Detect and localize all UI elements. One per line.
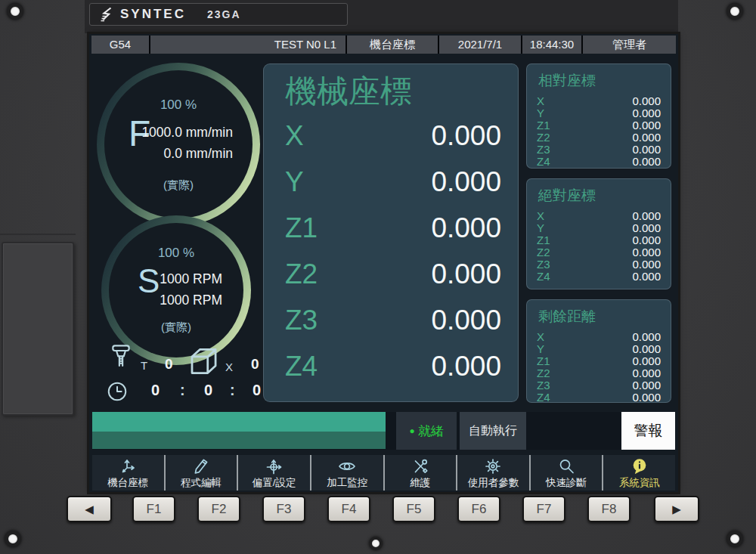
logo-plate: SYNTEC 23GA [89,3,348,26]
axis-row: Y0.000 [537,222,661,234]
f5-key[interactable]: F5 [392,496,435,522]
axis-label: Z2 [537,246,550,258]
softkey-label: 加工監控 [327,476,367,490]
axis-value: 0.000 [431,166,501,198]
axis-value: 0.000 [632,246,661,258]
date-display: 2021/7/1 [439,36,521,54]
panel-title: 絕對座標 [538,186,661,206]
axis-label: Z2 [285,258,318,290]
panel-title: 相對座標 [538,71,661,91]
screw [7,3,23,20]
pencil-icon [191,457,211,475]
ready-status: ● 就緒 [396,412,457,450]
axis-label: Y [537,343,544,355]
screw [369,537,383,550]
axis-row: Z20.000 [537,246,661,258]
softkey-quick-diagnosis[interactable]: 快速診斷 [531,455,604,491]
machine-status-row: ● 就緒 自動執行 警報 [92,412,675,450]
ready-dot-icon: ● [409,426,414,436]
feed-actual-label: (實際) [104,178,253,193]
axis-row: X0.000 [537,331,661,343]
axis-value: 0.000 [632,367,661,379]
softkey-label: 快速診斷 [546,476,587,490]
workpiece-icon [189,347,224,376]
axis-row: Z3 0.000 [264,297,518,343]
axis-row: Y0.000 [537,107,661,119]
softkey-machining-monitor[interactable]: 加工監控 [311,455,385,491]
axis-label: Z1 [537,119,550,132]
axes-icon [118,457,138,475]
status-bar: G54 TEST N0 L1 機台座標 2021/7/1 18:44:30 管理… [91,36,676,54]
softkey-maintenance[interactable]: 維護 [385,455,458,491]
screen: G54 TEST N0 L1 機台座標 2021/7/1 18:44:30 管理… [89,34,678,492]
axis-value: 0.000 [632,331,661,343]
tools-icon [411,457,430,475]
spindle-actual-value: 1000 RPM [160,289,222,311]
f3-key[interactable]: F3 [262,496,305,522]
gear-icon [483,457,503,475]
axis-row: Y0.000 [537,343,661,355]
bezel-seam [0,234,76,235]
axis-label: Z4 [285,351,318,382]
eye-icon [337,457,357,475]
relative-coords-panel: 相對座標 X0.000 Y0.000 Z10.000 Z20.000 Z30.0… [526,63,671,169]
program-name: TEST N0 L1 [150,36,345,54]
axis-value: 0.000 [632,234,661,246]
f7-key[interactable]: F7 [522,496,565,522]
axis-label: Z3 [285,305,318,336]
softkey-machine-coords[interactable]: 機台座標 [92,455,166,491]
syntec-logo-icon [101,7,116,22]
axis-value: 0.000 [632,156,661,168]
axis-label: X [285,120,304,152]
ready-label: 就緒 [418,422,444,440]
screw [5,531,21,547]
page-left-key[interactable]: ◀ [67,496,112,522]
softkey-label: 程式編輯 [181,476,222,490]
softkey-label: 使用者參數 [468,476,519,490]
brand-name: SYNTEC [120,7,186,22]
axis-value: 0.000 [632,271,661,283]
page-right-key[interactable]: ▶ [654,496,699,522]
axis-value: 0.000 [632,210,661,222]
axis-value: 0.000 [431,212,501,244]
axis-row: Z10.000 [537,355,661,367]
f4-key[interactable]: F4 [327,496,370,522]
axis-value: 0.000 [632,355,661,367]
absolute-coords-panel: 絕對座標 X0.000 Y0.000 Z10.000 Z20.000 Z30.0… [526,178,671,289]
softkey-program-edit[interactable]: 程式編輯 [166,455,239,491]
axis-value: 0.000 [632,132,661,144]
f6-key[interactable]: F6 [457,496,500,522]
f2-key[interactable]: F2 [197,496,240,522]
axis-row: X0.000 [537,95,661,107]
f8-key[interactable]: F8 [587,496,631,522]
tool-number-label: T [141,359,147,372]
axis-label: Z4 [537,392,550,404]
gcode-indicator: G54 [91,36,149,54]
softkey-offset-setting[interactable]: 偏置/設定 [238,455,311,491]
axis-row: Z4 0.000 [264,343,518,389]
cnc-controller: SYNTEC 23GA G54 TEST N0 L1 機台座標 2021/7/1… [0,0,756,554]
axis-label: X [537,95,544,107]
axis-value: 0.000 [431,120,501,152]
time-display: 18:44:30 [522,36,581,54]
softkey-label: 機台座標 [107,476,148,490]
softkey-system-info[interactable]: 系統資訊 [603,455,675,491]
axis-value: 0.000 [632,343,661,355]
feed-override-percent: 100 % [104,97,253,113]
screen-title: 機台座標 [347,36,438,54]
info-icon [630,457,649,475]
axis-row: Y 0.000 [264,159,518,205]
axis-label: Z4 [537,156,550,168]
axis-label: Z2 [537,132,550,144]
axis-row: Z30.000 [537,258,661,271]
spindle-override-percent: 100 % [109,246,243,261]
progress-bar-fill-top [92,412,386,432]
axis-row: Z20.000 [537,132,661,144]
time-colon: : [180,382,185,399]
axis-row: Z2 0.000 [264,251,518,297]
f1-key[interactable]: F1 [132,496,175,522]
softkey-user-params[interactable]: 使用者參數 [457,455,531,491]
axis-value: 0.000 [431,305,501,336]
tool-icon [109,342,133,377]
axis-value: 0.000 [632,222,661,234]
